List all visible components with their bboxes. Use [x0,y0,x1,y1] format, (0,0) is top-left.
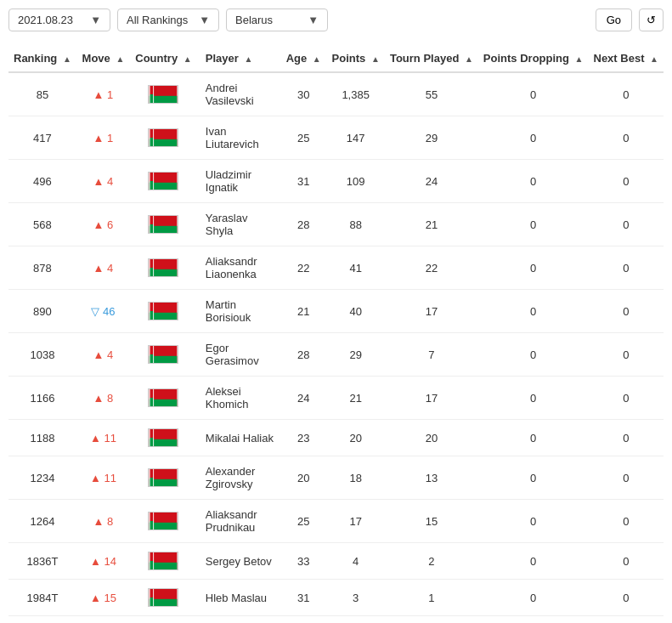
cell-ranking: 1166 [8,377,76,420]
cell-tourn: 22 [385,246,478,290]
cell-ranking: 2285T [8,616,76,624]
cell-ranking: 417 [8,116,76,160]
sort-arrow-nextbest: ▲ [650,54,658,64]
svg-rect-39 [150,398,154,406]
svg-rect-3 [150,86,154,94]
cell-player: Aleksei Khomich [197,377,280,420]
country-dropdown[interactable]: Belarus ▼ [226,8,328,31]
svg-rect-53 [150,513,154,521]
sort-arrow-tourn: ▲ [465,54,473,64]
refresh-button[interactable]: ↺ [639,8,664,31]
cell-dropping: 0 [478,500,589,543]
sort-arrow-ranking: ▲ [63,54,71,64]
sort-arrow-player: ▲ [244,54,252,64]
cell-nextbest: 0 [588,246,664,290]
svg-rect-29 [150,311,154,320]
top-bar: 2021.08.23 ▼ All Rankings ▼ Belarus ▼ Go… [8,8,664,31]
belarus-flag-icon [148,588,178,607]
col-header-dropping[interactable]: Points Dropping ▲ [478,45,589,72]
cell-points: 2 [326,616,385,624]
cell-move: ▲ 6 [76,203,130,246]
go-button[interactable]: Go [596,8,632,31]
cell-points: 4 [326,543,385,580]
svg-rect-59 [150,561,154,569]
cell-age: 25 [280,116,326,160]
rankings-dropdown[interactable]: All Rankings ▼ [117,8,219,31]
cell-age: 21 [280,290,326,333]
country-value: Belarus [235,14,273,26]
cell-ranking: 890 [8,290,76,333]
cell-player: Andrei Vasilevski [197,72,280,116]
cell-ranking: 496 [8,160,76,203]
cell-points: 41 [326,246,385,290]
cell-dropping: 0 [478,116,589,160]
table-row: 1234▲ 11 Alexander Zgirovsky20181300 [8,456,664,500]
svg-rect-49 [150,478,154,486]
col-header-nextbest[interactable]: Next Best ▲ [588,45,664,72]
cell-move: ▲ 14 [76,543,130,580]
cell-dropping: 0 [478,543,589,580]
cell-move: ▲ 8 [76,500,130,543]
table-row: 2285T▲ 20 Tsimafei Basalyha202300 [8,616,664,624]
col-header-ranking[interactable]: Ranking ▲ [8,45,76,72]
table-body: 85▲ 1 Andrei Vasilevski301,3855500417▲ 1… [8,72,664,623]
col-header-move[interactable]: Move ▲ [76,45,130,72]
cell-player: Alexander Zgirovsky [197,456,280,500]
cell-points: 21 [326,377,385,420]
cell-ranking: 1234 [8,456,76,500]
col-header-player[interactable]: Player ▲ [197,45,280,72]
date-value: 2021.08.23 [18,14,73,26]
cell-tourn: 21 [385,203,478,246]
cell-player: Aliaksandr Liaonenka [197,246,280,290]
svg-rect-4 [150,94,154,103]
cell-tourn: 1 [385,580,478,616]
cell-nextbest: 0 [588,543,664,580]
cell-move: ▲ 11 [76,420,130,456]
move-up-icon: ▲ 1 [93,132,114,144]
cell-points: 17 [326,500,385,543]
date-dropdown[interactable]: 2021.08.23 ▼ [8,8,110,31]
cell-age: 20 [280,456,326,500]
table-row: 890▽ 46 Martin Borisiouk21401700 [8,290,664,333]
belarus-flag-icon [148,128,178,147]
cell-country [130,580,197,616]
cell-player: Ivan Liutarevich [197,116,280,160]
svg-rect-34 [150,354,154,363]
belarus-flag-icon [148,512,178,530]
table-header-row: Ranking ▲ Move ▲ Country ▲ Player ▲ Age … [8,45,664,72]
cell-dropping: 0 [478,203,589,246]
move-up-icon: ▲ 4 [93,262,114,275]
table-row: 1836T▲ 14 Sergey Betov334200 [8,543,664,580]
move-up-icon: ▲ 4 [93,175,114,188]
col-header-age[interactable]: Age ▲ [280,45,326,72]
cell-country [130,290,197,333]
sort-arrow-country: ▲ [184,54,192,64]
svg-rect-14 [150,181,154,190]
cell-dropping: 0 [478,616,589,624]
cell-points: 147 [326,116,385,160]
svg-rect-18 [150,216,154,224]
col-header-points[interactable]: Points ▲ [326,45,385,72]
cell-ranking: 878 [8,246,76,290]
cell-country [130,72,197,116]
cell-tourn: 2 [385,543,478,580]
cell-nextbest: 0 [588,580,664,616]
table-row: 1166▲ 8 Aleksei Khomich24211700 [8,377,664,420]
rankings-arrow: ▼ [199,14,210,26]
svg-rect-48 [150,469,154,478]
col-header-country[interactable]: Country ▲ [130,45,197,72]
move-up-icon: ▲ 6 [93,218,114,231]
rankings-value: All Rankings [127,14,188,26]
cell-age: 25 [280,500,326,543]
table-row: 878▲ 4 Aliaksandr Liaonenka22412200 [8,246,664,290]
col-header-tourn[interactable]: Tourn Played ▲ [385,45,478,72]
svg-rect-43 [150,429,154,438]
cell-player: Martin Borisiouk [197,290,280,333]
cell-age: 31 [280,580,326,616]
cell-dropping: 0 [478,246,589,290]
cell-move: ▲ 1 [76,116,130,160]
cell-tourn: 24 [385,160,478,203]
cell-player: Yaraslav Shyla [197,203,280,246]
move-up-icon: ▲ 8 [93,515,114,528]
cell-ranking: 568 [8,203,76,246]
